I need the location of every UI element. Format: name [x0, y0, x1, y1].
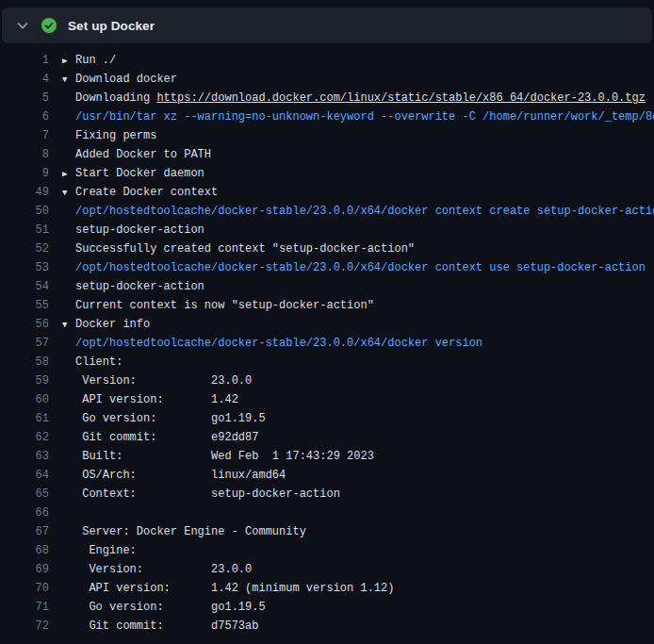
log-text: Added Docker to PATH: [49, 145, 211, 164]
actions-log-viewer: Set up Docker 1▶Run ./4▼Download docker5…: [0, 8, 654, 644]
log-group-line: 1▶Run ./: [0, 51, 654, 70]
check-circle-icon: [41, 18, 57, 33]
line-number[interactable]: 67: [0, 522, 49, 541]
line-number[interactable]: 57: [0, 334, 49, 353]
line-number[interactable]: 52: [0, 239, 49, 258]
log-text: Version: 23.0.0: [49, 372, 252, 390]
log-line: 52Successfully created context "setup-do…: [0, 239, 654, 258]
log-group-line: 56▼Docker info: [0, 315, 654, 334]
log-text: setup-docker-action: [49, 277, 204, 296]
log-line: 5Downloading https://download.docker.com…: [0, 89, 654, 107]
log-area: 1▶Run ./4▼Download docker5Downloading ht…: [0, 43, 654, 636]
log-line: 72 Git commit: d7573ab: [0, 617, 654, 636]
log-line: 69 Version: 23.0.0: [0, 560, 654, 579]
line-number[interactable]: 1: [0, 51, 49, 70]
log-line: 59 Version: 23.0.0: [0, 372, 654, 390]
line-number[interactable]: 66: [0, 504, 49, 522]
line-number[interactable]: 63: [0, 447, 49, 466]
line-number[interactable]: 61: [0, 409, 49, 428]
log-line: 70 API version: 1.42 (minimum version 1.…: [0, 579, 654, 598]
log-text: /opt/hostedtoolcache/docker-stable/23.0.…: [49, 202, 654, 221]
step-header[interactable]: Set up Docker: [2, 8, 652, 43]
log-text: API version: 1.42 (minimum version 1.12): [49, 579, 394, 598]
line-number[interactable]: 65: [0, 485, 49, 504]
log-line: 71 Go version: go1.19.5: [0, 598, 654, 617]
line-number[interactable]: 72: [0, 617, 49, 636]
log-text: Downloading https://download.docker.com/…: [49, 89, 646, 107]
line-number[interactable]: 7: [0, 126, 49, 145]
log-line: 57/opt/hostedtoolcache/docker-stable/23.…: [0, 334, 654, 353]
log-text: /opt/hostedtoolcache/docker-stable/23.0.…: [49, 334, 482, 353]
log-text: Git commit: e92dd87: [49, 428, 258, 447]
line-number[interactable]: 59: [0, 372, 49, 390]
line-number[interactable]: 56: [0, 315, 49, 334]
triangle-down-icon[interactable]: ▼: [62, 71, 75, 89]
log-text: Successfully created context "setup-dock…: [49, 239, 415, 258]
log-line: 68 Engine:: [0, 541, 654, 560]
triangle-down-icon[interactable]: ▼: [62, 316, 75, 334]
log-text[interactable]: ▶Run ./: [49, 51, 116, 70]
line-number[interactable]: 62: [0, 428, 49, 447]
log-text[interactable]: ▶Start Docker daemon: [49, 164, 204, 183]
log-line: 62 Git commit: e92dd87: [0, 428, 654, 447]
log-line: 53/opt/hostedtoolcache/docker-stable/23.…: [0, 258, 654, 277]
log-text: Engine:: [49, 541, 137, 560]
log-line: 61 Go version: go1.19.5: [0, 409, 654, 428]
log-line: 8Added Docker to PATH: [0, 145, 654, 164]
log-text: Context: setup-docker-action: [49, 485, 340, 504]
group-title: Download docker: [75, 73, 177, 86]
log-text: Go version: go1.19.5: [49, 598, 266, 617]
line-number[interactable]: 68: [0, 541, 49, 560]
line-number[interactable]: 6: [0, 107, 49, 126]
triangle-right-icon[interactable]: ▶: [62, 52, 75, 70]
triangle-right-icon[interactable]: ▶: [62, 165, 75, 183]
log-line: 54setup-docker-action: [0, 277, 654, 296]
line-number[interactable]: 53: [0, 258, 49, 277]
line-number[interactable]: 49: [0, 183, 49, 202]
line-number[interactable]: 5: [0, 89, 49, 107]
log-text: [49, 504, 75, 522]
line-number[interactable]: 69: [0, 560, 49, 579]
log-text: Server: Docker Engine - Community: [49, 522, 306, 541]
log-text[interactable]: ▼Create Docker context: [49, 183, 218, 202]
log-line: 66: [0, 504, 654, 522]
log-line: 65 Context: setup-docker-action: [0, 485, 654, 504]
log-text: Version: 23.0.0: [49, 560, 252, 579]
triangle-down-icon[interactable]: ▼: [62, 184, 75, 202]
log-line: 58Client:: [0, 353, 654, 372]
line-number[interactable]: 4: [0, 70, 49, 89]
line-number[interactable]: 51: [0, 221, 49, 239]
line-number[interactable]: 54: [0, 277, 49, 296]
step-title: Set up Docker: [68, 19, 155, 33]
log-line: 7Fixing perms: [0, 126, 654, 145]
log-link[interactable]: https://download.docker.com/linux/static…: [156, 91, 645, 105]
line-number[interactable]: 70: [0, 579, 49, 598]
log-text: OS/Arch: linux/amd64: [49, 466, 286, 485]
group-title: Run ./: [75, 54, 116, 67]
log-text: Built: Wed Feb 1 17:43:29 2023: [49, 447, 374, 466]
log-text: Current context is now "setup-docker-act…: [49, 296, 374, 315]
log-group-line: 49▼Create Docker context: [0, 183, 654, 202]
log-line: 64 OS/Arch: linux/amd64: [0, 466, 654, 485]
log-text: setup-docker-action: [49, 221, 204, 239]
log-text[interactable]: ▼Download docker: [49, 70, 177, 89]
line-number[interactable]: 71: [0, 598, 49, 617]
line-number[interactable]: 64: [0, 466, 49, 485]
log-line: 50/opt/hostedtoolcache/docker-stable/23.…: [0, 202, 654, 221]
line-number[interactable]: 58: [0, 353, 49, 372]
log-text[interactable]: ▼Docker info: [49, 315, 150, 334]
log-line: 60 API version: 1.42: [0, 390, 654, 409]
line-number[interactable]: 9: [0, 164, 49, 183]
log-text: Go version: go1.19.5: [49, 409, 266, 428]
log-line: 55Current context is now "setup-docker-a…: [0, 296, 654, 315]
log-text: Git commit: d7573ab: [49, 617, 258, 636]
group-title: Docker info: [75, 318, 150, 331]
log-text: Client:: [49, 353, 123, 372]
group-title: Start Docker daemon: [75, 167, 204, 180]
line-number[interactable]: 50: [0, 202, 49, 221]
line-number[interactable]: 8: [0, 145, 49, 164]
chevron-down-icon[interactable]: [15, 18, 30, 33]
line-number[interactable]: 60: [0, 390, 49, 409]
log-text: Fixing perms: [49, 126, 156, 145]
line-number[interactable]: 55: [0, 296, 49, 315]
